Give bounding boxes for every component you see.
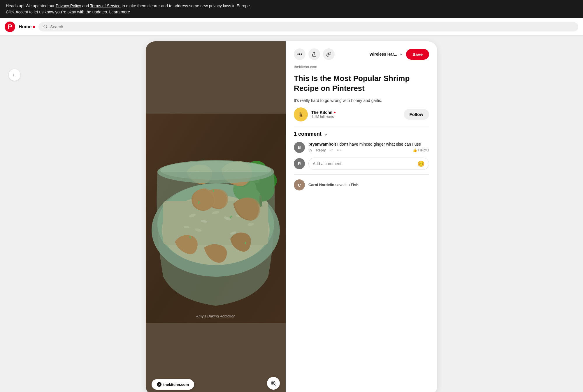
divider-1 (294, 126, 429, 126)
follow-label: Follow (410, 112, 424, 117)
saved-by-name: Carol Nardello (308, 183, 334, 187)
banner-middle: to make them clearer and to address some… (122, 3, 251, 8)
pin-detail-side: ••• (286, 41, 437, 392)
back-button[interactable]: ← (9, 69, 20, 81)
commenter-avatar: B (294, 142, 305, 153)
lens-icon (271, 380, 276, 386)
pin-image: Amy's Baking Addiction (146, 41, 286, 392)
svg-point-33 (273, 382, 274, 384)
saved-by-avatar: C (294, 179, 305, 190)
board-selector[interactable]: Wireless Har... (369, 52, 403, 56)
copy-link-button[interactable] (323, 48, 335, 60)
heart-icon[interactable]: ♡ (330, 148, 333, 152)
save-label: Save (412, 52, 423, 57)
home-link[interactable]: Home (19, 24, 35, 29)
comments-section: 1 comment ⌄ (294, 131, 429, 137)
source-link[interactable]: thekitchn.com (294, 65, 429, 69)
pin-title: This Is the Most Popular Shrimp Recipe o… (294, 74, 429, 93)
author-name-row: The Kitchn ● (311, 110, 400, 115)
comments-count: 1 comment (294, 131, 322, 137)
search-input[interactable] (50, 24, 574, 29)
privacy-banner: Heads up! We updated our Privacy Policy … (0, 0, 583, 18)
comment-age: 3y (308, 148, 312, 152)
watermark: Amy's Baking Addiction (196, 314, 236, 318)
author-info: The Kitchn ● 1.1M followers (311, 110, 400, 119)
thumb-icon: 👍 (413, 148, 417, 152)
pin-actions-row: ••• (294, 48, 429, 60)
saved-by-board: Fish (351, 183, 359, 187)
comment-input-wrap: 😊 (308, 158, 429, 170)
back-icon: ← (12, 72, 17, 78)
content-wrapper: Amy's Baking Addiction ↗ thekitchn.com (0, 36, 583, 392)
learn-more-link[interactable]: Learn more (109, 10, 130, 14)
source-domain: thekitchn.com (294, 65, 317, 69)
emoji-icon: 😊 (417, 160, 425, 167)
comments-header: 1 comment ⌄ (294, 131, 429, 137)
comment-content: I don't have minced ginger what else can… (337, 142, 421, 146)
banner-and: and (82, 3, 90, 8)
verified-icon: ● (333, 110, 336, 114)
saved-by-action: saved to (335, 183, 351, 187)
helpful-label: Helpful (418, 148, 429, 152)
banner-text: Heads up! We updated our (6, 3, 56, 8)
external-link-icon: ↗ (157, 382, 161, 387)
header: P Home (0, 18, 583, 36)
more-options-button[interactable]: ••• (294, 48, 305, 60)
saved-by-row: C Carol Nardello saved to Fish (294, 179, 429, 190)
pin-link-label: thekitchn.com (163, 382, 189, 387)
comment-text: bryanwambolt I don't have minced ginger … (308, 142, 429, 146)
current-user-avatar: R (294, 158, 305, 169)
add-comment-row: R 😊 (294, 158, 429, 170)
comment-body: bryanwambolt I don't have minced ginger … (308, 142, 429, 152)
svg-point-32 (271, 381, 275, 385)
author-row: k The Kitchn ● 1.1M followers Follow (294, 107, 429, 121)
comment-meta: 3y Reply ♡ ••• 👍 Helpful (308, 148, 429, 152)
more-icon-comment[interactable]: ••• (337, 148, 341, 152)
pin-image-side: Amy's Baking Addiction ↗ thekitchn.com (146, 41, 286, 392)
saved-by-text: Carol Nardello saved to Fish (308, 183, 359, 187)
author-avatar[interactable]: k (294, 107, 308, 121)
chevron-down-icon (399, 52, 403, 56)
helpful-button[interactable]: 👍 Helpful (413, 148, 429, 152)
terms-link[interactable]: Terms of Service (90, 3, 120, 8)
author-avatar-image: k (294, 107, 308, 121)
privacy-policy-link[interactable]: Privacy Policy (56, 3, 81, 8)
reply-button[interactable]: Reply (316, 148, 326, 152)
author-followers: 1.1M followers (311, 115, 400, 119)
saved-by-avatar-img: C (294, 179, 305, 190)
share-button[interactable] (308, 48, 320, 60)
search-icon (43, 24, 48, 29)
svg-text:C: C (298, 183, 301, 188)
follow-button[interactable]: Follow (404, 109, 429, 120)
svg-text:k: k (299, 112, 303, 118)
more-icon: ••• (297, 52, 302, 57)
link-icon (326, 52, 331, 57)
comment-input[interactable] (313, 161, 415, 166)
pin-link-button[interactable]: ↗ thekitchn.com (152, 379, 194, 390)
save-button[interactable]: Save (406, 49, 429, 60)
comments-chevron[interactable]: ⌄ (324, 132, 327, 136)
share-icon (312, 52, 317, 57)
pin-card: Amy's Baking Addiction ↗ thekitchn.com (146, 41, 437, 392)
emoji-button[interactable]: 😊 (417, 160, 425, 167)
divider-2 (294, 174, 429, 175)
commenter-username: bryanwambolt (308, 142, 336, 146)
home-label: Home (19, 24, 31, 29)
search-bar (38, 22, 578, 31)
pinterest-logo[interactable]: P (5, 22, 15, 32)
pin-description: It's really hard to go wrong with honey … (294, 98, 429, 103)
lens-button[interactable] (267, 377, 280, 390)
home-dot (33, 26, 35, 28)
author-name: The Kitchn (311, 110, 332, 115)
page-wrapper: ← (0, 36, 583, 392)
banner-newline: Click Accept to let us know you're okay … (6, 10, 109, 14)
comment-item: B bryanwambolt I don't have minced ginge… (294, 142, 429, 153)
svg-point-0 (44, 25, 47, 28)
board-label: Wireless Har... (369, 52, 397, 56)
